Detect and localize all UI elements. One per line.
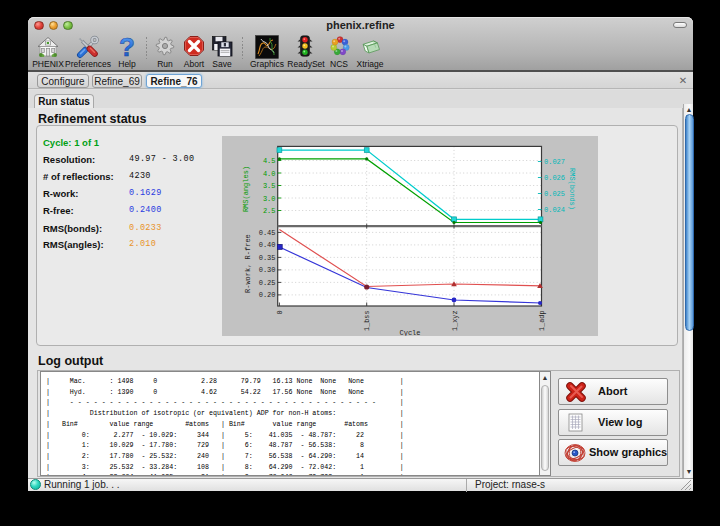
- svg-text:4.5: 4.5: [263, 157, 276, 165]
- svg-text:3.5: 3.5: [263, 182, 276, 190]
- svg-text:4.0: 4.0: [263, 170, 276, 178]
- svg-text:0.40: 0.40: [259, 241, 276, 249]
- svg-text:0.024: 0.024: [544, 206, 565, 214]
- svg-text:0.45: 0.45: [259, 229, 276, 237]
- svg-text:1_adp: 1_adp: [538, 311, 546, 331]
- svg-text:0.026: 0.026: [544, 174, 565, 182]
- svg-text:2.5: 2.5: [263, 207, 276, 215]
- svg-text:3.0: 3.0: [263, 195, 276, 203]
- svg-text:1_bss: 1_bss: [363, 311, 371, 331]
- svg-text:RMS(bonds): RMS(bonds): [568, 168, 576, 210]
- svg-text:0: 0: [276, 311, 284, 315]
- svg-text:0.30: 0.30: [259, 266, 276, 274]
- svg-text:0.025: 0.025: [544, 190, 565, 198]
- svg-text:Cycle: Cycle: [399, 329, 420, 336]
- svg-text:0.25: 0.25: [259, 279, 276, 287]
- svg-text:1_xyz: 1_xyz: [451, 311, 459, 331]
- svg-text:0.027: 0.027: [544, 158, 565, 166]
- svg-text:R-work, R-free: R-work, R-free: [245, 234, 253, 293]
- svg-text:0.20: 0.20: [259, 291, 276, 299]
- svg-text:0.35: 0.35: [259, 254, 276, 262]
- svg-text:RMS(angles): RMS(angles): [242, 166, 250, 212]
- svg-text:?: ?: [119, 35, 135, 59]
